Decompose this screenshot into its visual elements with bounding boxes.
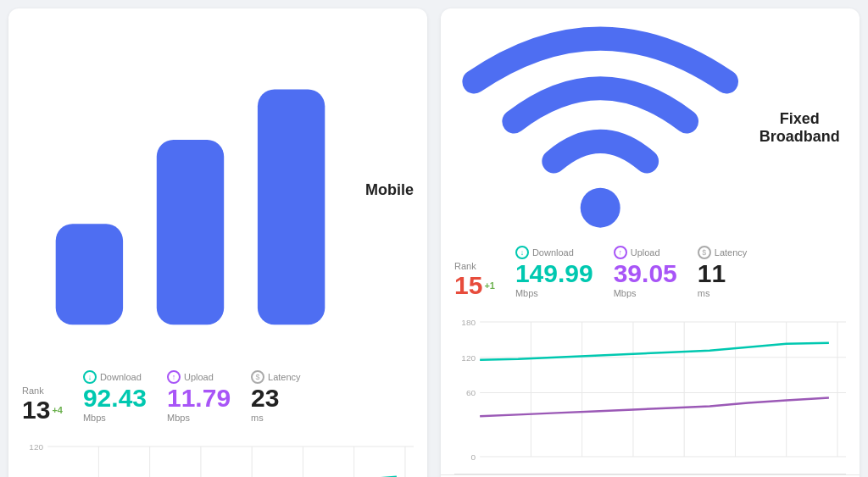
svg-rect-2	[258, 89, 325, 324]
mobile-download-block: ↓ Download 92.43 Mbps	[83, 370, 147, 423]
upload-icon: ↑	[167, 370, 181, 384]
mobile-download-label: ↓ Download	[83, 370, 147, 384]
mobile-upload-unit: Mbps	[167, 413, 231, 423]
mobile-panel: Mobile Rank 13+4 ↓ Download 92.43 Mbps	[8, 8, 427, 477]
broadband-speed-chart: 180 120 60 0	[454, 313, 846, 474]
broadband-stats: Rank 15+1 ↓ Download 149.99 Mbps ↑ Uploa…	[454, 246, 846, 302]
broadband-rank-label: Rank	[454, 261, 495, 271]
broadband-upload-value: 39.05	[614, 261, 677, 286]
mobile-rank-label: Rank	[22, 385, 63, 396]
dashboard: Mobile Rank 13+4 ↓ Download 92.43 Mbps	[8, 8, 860, 477]
broadband-latency-block: $ Latency 11 ms	[698, 246, 748, 298]
mobile-latency-unit: ms	[251, 413, 301, 423]
broadband-latency-icon: $	[698, 246, 711, 259]
mobile-rank-value: 13+4	[22, 397, 63, 423]
broadband-rank-block: Rank 15+1	[454, 261, 495, 298]
broadband-latency-label: $ Latency	[698, 246, 748, 259]
svg-point-33	[581, 188, 620, 228]
latency-icon: $	[251, 370, 264, 384]
mobile-upload-label: ↑ Upload	[167, 370, 231, 384]
svg-text:60: 60	[466, 389, 476, 398]
mobile-chart-icon	[22, 22, 359, 358]
mobile-download-value: 92.43	[83, 385, 147, 411]
wifi-icon	[454, 22, 746, 234]
download-icon: ↓	[83, 370, 97, 384]
broadband-upload-icon: ↑	[614, 246, 627, 259]
mobile-download-unit: Mbps	[83, 413, 147, 423]
mobile-stats: Rank 13+4 ↓ Download 92.43 Mbps ↑ Upload	[22, 370, 414, 426]
broadband-download-unit: Mbps	[515, 288, 593, 298]
broadband-latency-value: 11	[698, 261, 748, 286]
broadband-download-block: ↓ Download 149.99 Mbps	[515, 246, 593, 298]
svg-rect-0	[56, 224, 123, 324]
mobile-latency-label: $ Latency	[251, 370, 301, 384]
svg-rect-1	[157, 140, 224, 324]
broadband-download-label: ↓ Download	[515, 246, 593, 259]
broadband-title: Fixed Broadband	[454, 22, 846, 234]
broadband-panel: Fixed Broadband Rank 15+1 ↓ Download 149…	[441, 8, 860, 477]
svg-text:120: 120	[29, 442, 43, 452]
mobile-title: Mobile	[22, 22, 414, 358]
broadband-rank-value: 15+1	[454, 273, 495, 298]
mobile-latency-block: $ Latency 23 ms	[251, 370, 301, 423]
broadband-upload-block: ↑ Upload 39.05 Mbps	[614, 246, 677, 298]
broadband-download-value: 149.99	[515, 261, 593, 286]
mobile-rank-block: Rank 13+4	[22, 385, 63, 423]
svg-text:0: 0	[471, 453, 476, 463]
mobile-latency-value: 23	[251, 385, 301, 411]
mobile-upload-block: ↑ Upload 11.79 Mbps	[167, 370, 231, 423]
mobile-upload-value: 11.79	[167, 385, 231, 411]
broadband-latency-unit: ms	[698, 288, 748, 298]
broadband-download-icon: ↓	[515, 246, 529, 259]
broadband-upload-label: ↑ Upload	[614, 246, 677, 259]
svg-text:180: 180	[461, 318, 476, 327]
broadband-upload-unit: Mbps	[614, 288, 677, 298]
mobile-speed-chart: 120 80 40 0	[22, 438, 414, 477]
svg-text:120: 120	[461, 353, 476, 363]
